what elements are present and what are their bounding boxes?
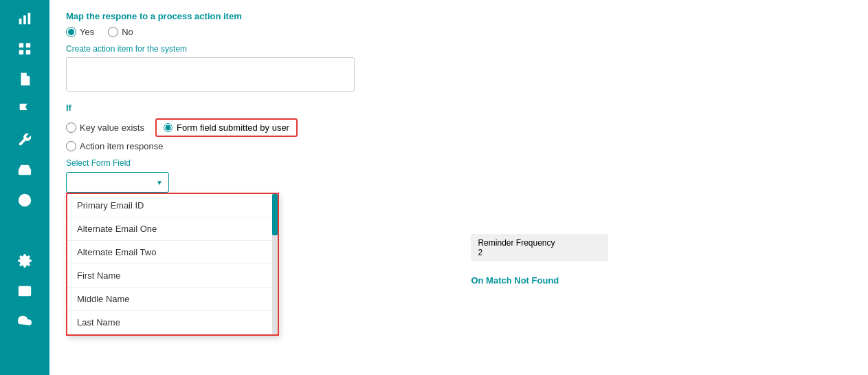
if-row-1: Key value exists Form field submitted by… — [66, 118, 852, 137]
svg-rect-1 — [23, 15, 26, 24]
main-content: Map the respone to a process action item… — [49, 0, 868, 375]
svg-rect-4 — [26, 43, 30, 47]
svg-rect-0 — [19, 19, 22, 24]
svg-rect-5 — [19, 50, 23, 54]
help-icon[interactable] — [10, 187, 39, 213]
form-field-dropdown-wrapper: ▼ Primary Email ID Alternate Email One A… — [66, 172, 286, 193]
form-field-dropdown-list: Primary Email ID Alternate Email One Alt… — [66, 193, 279, 336]
dropdown-item-5[interactable]: Last Name — [67, 311, 278, 334]
select-form-field-label: Select Form Field — [66, 158, 852, 168]
dropdown-item-1[interactable]: Alternate Email One — [67, 217, 278, 241]
upload-icon[interactable] — [10, 308, 39, 334]
chevron-down-icon: ▼ — [156, 179, 163, 186]
reminder-freq-label: Reminder Frequency — [478, 238, 601, 248]
no-label: No — [122, 27, 133, 37]
dropdown-item-3[interactable]: First Name — [67, 264, 278, 288]
dropdown-scrollbar[interactable] — [272, 194, 278, 334]
reminder-freq-box: Reminder Frequency 2 — [471, 234, 608, 261]
no-radio-item[interactable]: No — [108, 27, 133, 37]
yes-radio[interactable] — [66, 27, 76, 37]
yes-radio-item[interactable]: Yes — [66, 27, 94, 37]
chart-icon[interactable] — [10, 6, 39, 32]
if-row-2: Action item response — [66, 141, 852, 151]
svg-rect-6 — [26, 50, 30, 54]
map-response-label: Map the respone to a process action item — [66, 11, 852, 21]
grid-icon[interactable] — [10, 36, 39, 62]
dropdown-item-0[interactable]: Primary Email ID — [67, 194, 278, 217]
key-value-radio[interactable] — [66, 122, 76, 133]
svg-rect-3 — [19, 43, 23, 47]
if-label: If — [66, 103, 852, 113]
on-match-not-found-label-wrapper: On Match Not Found — [471, 275, 608, 286]
list-icon[interactable] — [10, 217, 39, 244]
dropdown-item-4[interactable]: Middle Name — [67, 288, 278, 311]
no-radio[interactable] — [108, 27, 118, 37]
on-match-not-found-label: On Match Not Found — [471, 275, 608, 286]
create-action-input[interactable] — [66, 57, 355, 92]
key-value-label: Key value exists — [80, 122, 144, 133]
reminder-freq-section: Reminder Frequency 2 On Match Not Found — [471, 234, 608, 306]
form-field-option-highlighted[interactable]: Form field submitted by user — [155, 118, 298, 137]
action-item-radio-item[interactable]: Action item response — [66, 141, 163, 151]
dropdown-scroll-thumb — [272, 194, 278, 235]
form-field-dropdown-trigger[interactable]: ▼ — [66, 172, 169, 193]
mail-icon[interactable] — [10, 278, 39, 304]
tool-icon[interactable] — [10, 127, 39, 153]
flag-icon[interactable] — [10, 96, 39, 122]
svg-rect-2 — [28, 13, 31, 25]
sidebar — [0, 0, 49, 375]
dropdown-item-2[interactable]: Alternate Email Two — [67, 241, 278, 264]
key-value-radio-item[interactable]: Key value exists — [66, 122, 144, 133]
settings-icon[interactable] — [10, 248, 39, 274]
action-item-radio[interactable] — [66, 141, 76, 151]
form-field-label: Form field submitted by user — [177, 122, 289, 133]
action-item-label: Action item response — [80, 141, 163, 151]
create-action-label: Create action item for the system — [66, 44, 852, 54]
if-options-group: Key value exists Form field submitted by… — [66, 118, 852, 151]
inbox-icon[interactable] — [10, 157, 39, 183]
map-response-radio-group: Yes No — [66, 27, 852, 37]
form-field-radio[interactable] — [164, 123, 173, 132]
yes-label: Yes — [80, 27, 94, 37]
document-icon[interactable] — [10, 66, 39, 92]
reminder-freq-value: 2 — [478, 248, 601, 257]
